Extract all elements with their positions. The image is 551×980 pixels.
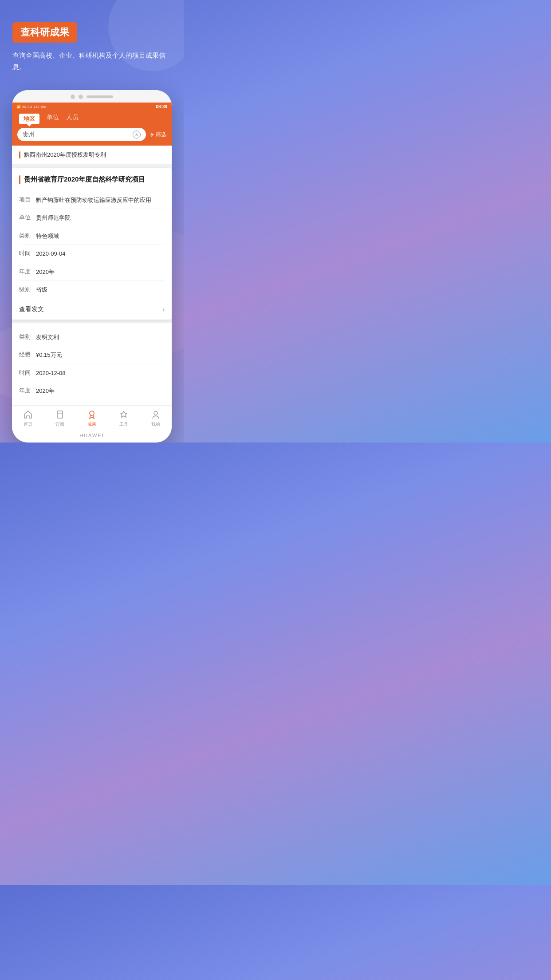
second-row-budget: 经费 ¥0.15万元 (19, 346, 165, 364)
label-category: 类别 (19, 232, 32, 240)
ribbon-icon (87, 409, 97, 420)
search-clear-button[interactable]: ✕ (133, 130, 141, 138)
tab-person[interactable]: 人员 (66, 114, 79, 124)
second-row-category: 类别 发明文利 (19, 328, 165, 347)
detail-row-project: 项目 黔产钩藤叶在预防动物运输应激反应中的应用 (19, 191, 165, 209)
phone-dot (79, 95, 83, 99)
value-year: 2020年 (36, 268, 165, 277)
filter-button[interactable]: ✈ 筛选 (150, 131, 166, 138)
second-label-year: 年度 (19, 387, 32, 395)
label-unit: 单位 (19, 213, 32, 221)
content-area: 黔西南州2020年度授权发明专利 贵州省教育厅2020年度自然科学研究项目 项目… (12, 146, 172, 405)
nav-subscribe-label: 订阅 (55, 421, 64, 427)
nav-home-label: 首页 (24, 421, 32, 427)
tools-icon (118, 409, 129, 420)
label-project: 项目 (19, 196, 32, 204)
phone-brand: HUAWEI (12, 430, 172, 443)
nav-tools-label: 工具 (119, 421, 128, 427)
svg-point-1 (90, 411, 94, 415)
value-project: 黔产钩藤叶在预防动物运输应激反应中的应用 (36, 196, 165, 205)
phone-top (12, 90, 172, 103)
view-more-button[interactable]: 查看发文 › (12, 299, 172, 320)
list-bar-icon (19, 151, 20, 158)
detail-card: 贵州省教育厅2020年度自然科学研究项目 项目 黔产钩藤叶在预防动物运输应激反应… (12, 168, 172, 320)
second-label-category: 类别 (19, 333, 32, 341)
chevron-right-icon: › (162, 305, 165, 313)
status-bar: 📶 4G 4G 157 B/s 08:39 (12, 103, 172, 111)
second-value-category: 发明文利 (36, 333, 165, 342)
detail-row-unit: 单位 贵州师范学院 (19, 209, 165, 227)
detail-rows: 项目 黔产钩藤叶在预防动物运输应激反应中的应用 单位 贵州师范学院 类别 特色领… (12, 191, 172, 299)
nav-subscribe[interactable]: 订阅 (55, 409, 65, 427)
detail-row-time: 时间 2020-09-04 (19, 245, 165, 263)
bottom-nav: 首页 订阅 成果 (12, 405, 172, 430)
user-icon (150, 409, 161, 420)
filter-label: 筛选 (156, 131, 166, 138)
phone-speaker (87, 95, 113, 98)
tab-bar: 地区 单位 人员 (19, 114, 165, 124)
nav-results-label: 成果 (87, 421, 96, 427)
detail-row-year: 年度 2020年 (19, 263, 165, 281)
bookmark-icon (55, 409, 65, 420)
nav-mine-label: 我的 (151, 421, 160, 427)
second-value-time: 2020-12-08 (36, 369, 165, 378)
second-value-year: 2020年 (36, 387, 165, 395)
label-time: 时间 (19, 249, 32, 257)
phone-camera (71, 95, 75, 99)
second-row-time: 时间 2020-12-08 (19, 364, 165, 383)
list-preview-item[interactable]: 黔西南州2020年度授权发明专利 (12, 146, 172, 165)
phone-frame: 📶 4G 4G 157 B/s 08:39 地区 单位 人员 贵州 ✕ ✈ 筛选 (12, 90, 172, 443)
status-left: 📶 4G 4G 157 B/s (16, 105, 46, 109)
second-label-time: 时间 (19, 369, 32, 377)
label-year: 年度 (19, 268, 32, 276)
nav-home[interactable]: 首页 (23, 409, 33, 427)
nav-results[interactable]: 成果 (87, 409, 97, 427)
nav-tools[interactable]: 工具 (118, 409, 129, 427)
detail-card-title: 贵州省教育厅2020年度自然科学研究项目 (24, 174, 145, 185)
second-label-budget: 经费 (19, 351, 32, 359)
nav-mine[interactable]: 我的 (150, 409, 161, 427)
view-more-label: 查看发文 (19, 305, 44, 313)
value-time: 2020-09-04 (36, 249, 165, 258)
detail-card-bar-icon (19, 175, 20, 184)
page-header: 查科研成果 查询全国高校、企业、科研机构及个人的项目成果信息。 (0, 0, 184, 81)
subtitle: 查询全国高校、企业、科研机构及个人的项目成果信息。 (12, 50, 171, 72)
value-level: 省级 (36, 285, 165, 294)
phone-mockup: 📶 4G 4G 157 B/s 08:39 地区 单位 人员 贵州 ✕ ✈ 筛选 (12, 90, 172, 443)
tab-unit[interactable]: 单位 (47, 114, 59, 124)
status-signal: 📶 4G 4G (16, 105, 32, 109)
second-card-preview: 类别 发明文利 经费 ¥0.15万元 时间 2020-12-08 年度 2020… (12, 323, 172, 405)
search-area: 贵州 ✕ ✈ 筛选 (12, 124, 172, 146)
status-time: 08:39 (156, 104, 167, 109)
title-badge: 查科研成果 (12, 22, 77, 43)
search-input-wrapper[interactable]: 贵州 ✕ (17, 128, 146, 141)
second-card-rows: 类别 发明文利 经费 ¥0.15万元 时间 2020-12-08 年度 2020… (19, 328, 165, 400)
detail-row-category: 类别 特色领域 (19, 227, 165, 245)
value-unit: 贵州师范学院 (36, 213, 165, 222)
label-level: 级别 (19, 285, 32, 293)
detail-card-header: 贵州省教育厅2020年度自然科学研究项目 (12, 168, 172, 191)
status-speed: 157 B/s (34, 105, 46, 109)
svg-point-3 (154, 411, 157, 415)
app-header: 地区 单位 人员 (12, 111, 172, 124)
second-row-year: 年度 2020年 (19, 382, 165, 400)
list-preview-text: 黔西南州2020年度授权发明专利 (24, 151, 106, 159)
home-icon (23, 409, 33, 420)
value-category: 特色领域 (36, 232, 165, 241)
search-value: 贵州 (23, 130, 34, 138)
svg-marker-2 (121, 411, 127, 417)
detail-row-level: 级别 省级 (19, 281, 165, 299)
filter-icon: ✈ (150, 131, 154, 138)
svg-rect-0 (57, 411, 63, 418)
tab-region[interactable]: 地区 (19, 114, 39, 124)
second-value-budget: ¥0.15万元 (36, 351, 165, 360)
